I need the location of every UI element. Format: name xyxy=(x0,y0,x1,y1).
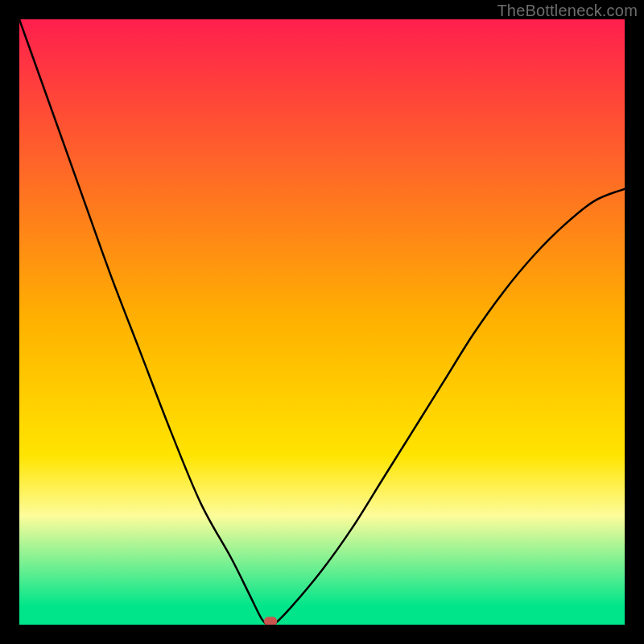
chart-frame: TheBottleneck.com xyxy=(0,0,644,644)
optimum-marker xyxy=(264,617,277,625)
watermark-text: TheBottleneck.com xyxy=(497,2,638,20)
gradient-background xyxy=(19,19,625,625)
chart-svg xyxy=(19,19,625,625)
plot-area xyxy=(19,19,625,625)
